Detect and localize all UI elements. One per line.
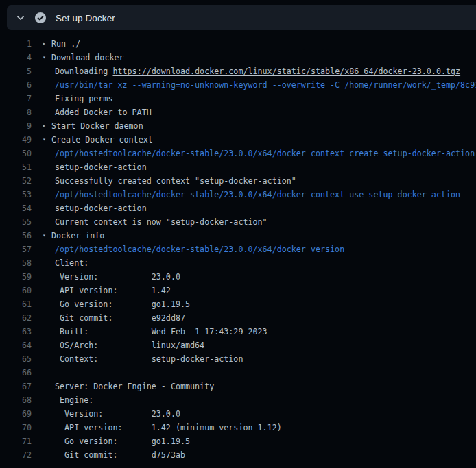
line-number[interactable]: 71 (0, 434, 32, 448)
log-text: Engine: (55, 393, 93, 407)
log-line: 1 ▸Run ./ (0, 37, 476, 51)
log-line: 70 API version: 1.42 (minimum version 1.… (0, 421, 476, 434)
log-text: setup-docker-action (55, 201, 147, 215)
check-circle-icon (34, 12, 47, 24)
log-text: Downloading https://download.docker.com/… (55, 64, 460, 78)
log-text: /usr/bin/tar xz --warning=no-unknown-key… (55, 78, 476, 92)
group-toggle-icon[interactable]: ▾ (43, 51, 46, 64)
log-text: Server: Docker Engine - Community (55, 380, 214, 393)
line-number[interactable]: 70 (0, 421, 32, 434)
log-text: Downloading (55, 66, 112, 76)
log-line: 65 Context: setup-docker-action (0, 352, 476, 366)
log-text: /opt/hostedtoolcache/docker-stable/23.0.… (55, 147, 476, 160)
log-url-link[interactable]: https://download.docker.com/linux/static… (112, 66, 460, 76)
log-line: 53 /opt/hostedtoolcache/docker-stable/23… (0, 188, 476, 201)
log-area: 1 ▸Run ./ 4 ▾Download docker 5 Downloadi… (0, 37, 476, 462)
line-number[interactable]: 62 (0, 311, 32, 325)
log-text: Fixing perms (55, 92, 112, 106)
log-line: 55 Current context is now "setup-docker-… (0, 215, 476, 229)
line-number[interactable]: 65 (0, 352, 32, 366)
line-number[interactable]: 7 (0, 92, 32, 106)
line-number[interactable]: 63 (0, 325, 32, 338)
line-number[interactable]: 50 (0, 147, 32, 160)
step-header[interactable]: Set up Docker (7, 5, 476, 30)
line-number[interactable]: 53 (0, 188, 32, 201)
log-text: Version: 23.0.0 (55, 407, 180, 421)
line-number[interactable]: 57 (0, 243, 32, 256)
log-line: 67 Server: Docker Engine - Community (0, 380, 476, 393)
line-number[interactable]: 8 (0, 106, 32, 119)
log-line: 5 Downloading https://download.docker.co… (0, 64, 476, 78)
log-text: Create Docker context (51, 133, 153, 147)
line-number[interactable]: 72 (0, 448, 32, 462)
log-text: Client: (55, 256, 88, 270)
log-line: 57 /opt/hostedtoolcache/docker-stable/23… (0, 243, 476, 256)
line-number[interactable]: 61 (0, 297, 32, 311)
log-line: 9 ▸Start Docker daemon (0, 119, 476, 133)
group-toggle-icon[interactable]: ▾ (43, 133, 46, 147)
log-text: Docker info (51, 229, 104, 243)
group-toggle-icon[interactable]: ▸ (43, 37, 46, 51)
line-number[interactable]: 56 (0, 229, 32, 243)
log-line: 49 ▾Create Docker context (0, 133, 476, 147)
log-line: 69 Version: 23.0.0 (0, 407, 476, 421)
log-text: Go version: go1.19.5 (55, 434, 190, 448)
log-line: 72 Git commit: d7573ab (0, 448, 476, 462)
log-text: Git commit: d7573ab (55, 448, 185, 462)
line-number[interactable]: 55 (0, 215, 32, 229)
log-line: 4 ▾Download docker (0, 51, 476, 64)
line-number[interactable]: 9 (0, 119, 32, 133)
line-number[interactable]: 4 (0, 51, 32, 64)
log-line: 59 Version: 23.0.0 (0, 270, 476, 284)
line-number[interactable]: 58 (0, 256, 32, 270)
log-line: 62 Git commit: e92dd87 (0, 311, 476, 325)
log-text: Start Docker daemon (51, 119, 143, 133)
log-line: 51 setup-docker-action (0, 160, 476, 174)
line-number[interactable]: 66 (0, 366, 32, 380)
line-number[interactable]: 69 (0, 407, 32, 421)
log-line: 54 setup-docker-action (0, 201, 476, 215)
line-number[interactable]: 68 (0, 393, 32, 407)
line-number[interactable]: 6 (0, 78, 32, 92)
log-line: 60 API version: 1.42 (0, 284, 476, 297)
line-number[interactable]: 5 (0, 64, 32, 78)
log-text: Download docker (51, 51, 124, 64)
chevron-down-icon[interactable] (15, 12, 26, 23)
log-text: Current context is now "setup-docker-act… (55, 215, 267, 229)
log-text: API version: 1.42 (55, 284, 171, 297)
log-line: 66 (0, 366, 476, 380)
group-toggle-icon[interactable]: ▸ (43, 119, 46, 133)
step-log-panel: Set up Docker 1 ▸Run ./ 4 ▾Download dock… (0, 5, 476, 462)
log-line: 8 Added Docker to PATH (0, 106, 476, 119)
log-text: setup-docker-action (55, 160, 147, 174)
log-line: 7 Fixing perms (0, 92, 476, 106)
line-number[interactable]: 60 (0, 284, 32, 297)
log-line: 68 Engine: (0, 393, 476, 407)
log-line: 58 Client: (0, 256, 476, 270)
log-line: 52 Successfully created context "setup-d… (0, 174, 476, 188)
log-text: Run ./ (51, 37, 80, 51)
line-number[interactable]: 51 (0, 160, 32, 174)
line-number[interactable]: 49 (0, 133, 32, 147)
line-number[interactable]: 54 (0, 201, 32, 215)
log-line: 64 OS/Arch: linux/amd64 (0, 338, 476, 352)
log-text: Added Docker to PATH (55, 106, 152, 119)
log-line: 6 /usr/bin/tar xz --warning=no-unknown-k… (0, 78, 476, 92)
log-text: /opt/hostedtoolcache/docker-stable/23.0.… (55, 188, 460, 201)
line-number[interactable]: 67 (0, 380, 32, 393)
log-text: Version: 23.0.0 (55, 270, 180, 284)
log-text: Context: setup-docker-action (55, 352, 243, 366)
group-toggle-icon[interactable]: ▾ (43, 229, 46, 243)
log-text: /opt/hostedtoolcache/docker-stable/23.0.… (55, 243, 344, 256)
line-number[interactable]: 1 (0, 37, 32, 51)
line-number[interactable]: 64 (0, 338, 32, 352)
log-line: 56 ▾Docker info (0, 229, 476, 243)
log-line: 71 Go version: go1.19.5 (0, 434, 476, 448)
log-text: Git commit: e92dd87 (55, 311, 185, 325)
step-title: Set up Docker (56, 13, 115, 23)
line-number[interactable]: 59 (0, 270, 32, 284)
log-line: 50 /opt/hostedtoolcache/docker-stable/23… (0, 147, 476, 160)
line-number[interactable]: 52 (0, 174, 32, 188)
log-text: Built: Wed Feb 1 17:43:29 2023 (55, 325, 267, 338)
log-text: Go version: go1.19.5 (55, 297, 190, 311)
